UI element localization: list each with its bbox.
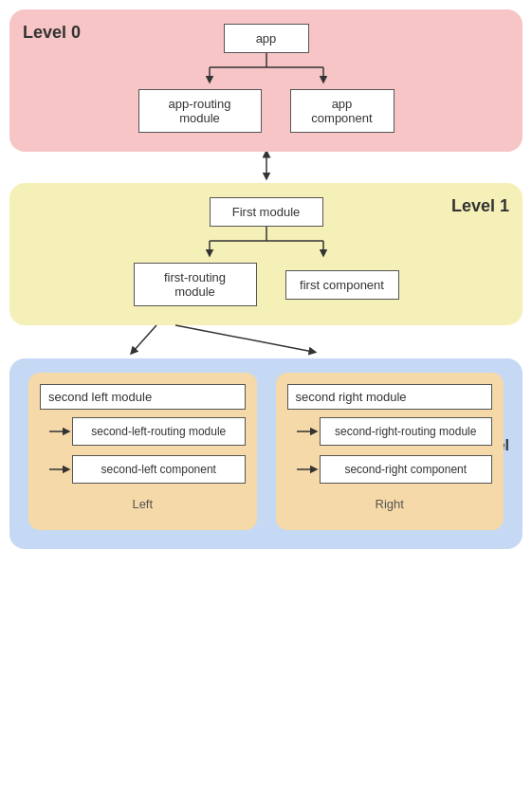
level0-container: Level 0 app: [9, 9, 523, 152]
diagram-container: Level 0 app: [9, 9, 523, 549]
svg-line-9: [133, 325, 156, 352]
first-routing-box: first-routing module: [134, 263, 257, 306]
level1-container: Level 1 First module: [9, 183, 523, 325]
level0-label: Level 0: [23, 23, 81, 43]
second-left-routing-box: second-left-routing module: [72, 417, 246, 446]
level1-label: Level 1: [451, 196, 509, 216]
first-component-box: first component: [285, 270, 399, 300]
left-submodule: second left module second-left-ro: [28, 373, 257, 530]
app-component-box: app component: [290, 89, 394, 133]
second-left-module-box: second left module: [40, 384, 246, 410]
right-submodule: second right module second-right-: [276, 373, 504, 530]
l1-l2-arrows: [9, 325, 523, 354]
second-left-component-box: second-left component: [72, 455, 246, 484]
l0-l1-arrow: [257, 152, 276, 178]
second-right-module-box: second right module: [287, 384, 493, 410]
left-label: Left: [132, 497, 153, 511]
app-routing-box: app-routing module: [138, 89, 262, 133]
app-box: app: [224, 24, 309, 53]
level2-container: Level 2 second left module: [9, 358, 523, 549]
first-module-box: First module: [210, 197, 323, 227]
svg-line-10: [175, 325, 313, 352]
second-right-routing-box: second-right-routing module: [320, 417, 493, 446]
second-right-component-box: second-right component: [320, 455, 493, 484]
right-label: Right: [376, 497, 404, 511]
